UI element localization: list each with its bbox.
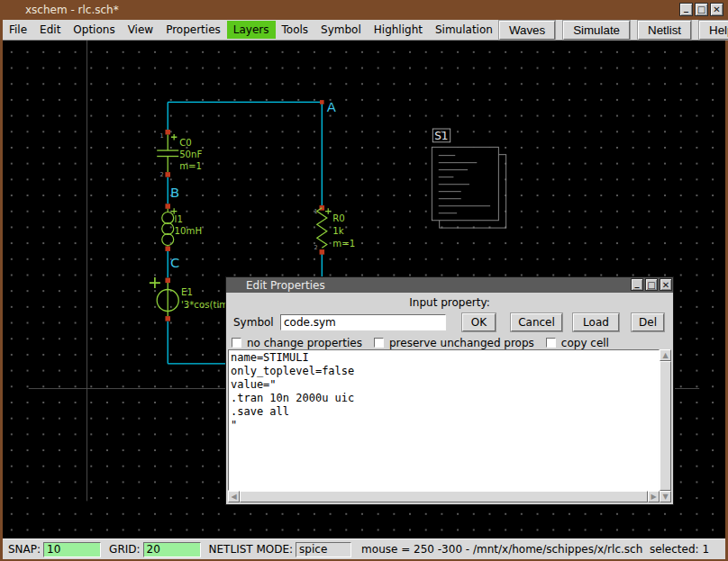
menu-edit[interactable]: Edit bbox=[33, 21, 67, 39]
menu-tools[interactable]: Tools bbox=[276, 21, 315, 39]
vertical-scroll-thumb[interactable] bbox=[660, 361, 671, 491]
scroll-up-icon[interactable]: ▲ bbox=[660, 349, 671, 361]
pin-square bbox=[165, 204, 170, 209]
pin-square bbox=[165, 130, 170, 135]
menu-highlight[interactable]: Highlight bbox=[368, 21, 429, 39]
dialog-close-icon[interactable]: ✕ bbox=[660, 278, 672, 291]
mouse-status-text: mouse = 250 -300 - /mnt/x/home/schippes/… bbox=[361, 543, 709, 556]
symbol-row: Symbol OK Cancel Load Del bbox=[226, 312, 673, 332]
resistor-symbol bbox=[317, 208, 332, 248]
resistor-r0[interactable]: 1 2 R0 1k m=1 bbox=[314, 205, 356, 255]
grid-label: GRID: bbox=[109, 543, 140, 556]
symbol-input[interactable] bbox=[280, 314, 446, 330]
copy-cell-label: copy cell bbox=[561, 337, 609, 349]
pin-square bbox=[320, 249, 325, 255]
resistor-name: R0 bbox=[332, 213, 345, 223]
input-property-label: Input property: bbox=[226, 296, 673, 310]
menu-layers[interactable]: Layers bbox=[227, 21, 276, 39]
wire-corner-dot bbox=[320, 100, 324, 104]
netlist-mode-input[interactable] bbox=[296, 542, 351, 557]
xschem-window: xschem - rlc.sch* _ □ ✕ File Edit Option… bbox=[0, 0, 728, 561]
preserve-unchanged-props-label: preserve unchanged props bbox=[389, 337, 534, 349]
scroll-left-icon[interactable]: ◀ bbox=[228, 491, 240, 502]
menubar: File Edit Options View Properties Layers… bbox=[3, 20, 725, 41]
pin-square bbox=[165, 246, 170, 251]
netlist-button[interactable]: Netlist bbox=[638, 21, 691, 40]
grid-input[interactable] bbox=[143, 542, 201, 557]
vertical-scrollbar[interactable]: ▲ bbox=[660, 349, 671, 491]
ok-button[interactable]: OK bbox=[462, 313, 496, 331]
horizontal-scroll-thumb[interactable] bbox=[240, 491, 648, 502]
property-text-region: name=STIMULI only_toplevel=false value="… bbox=[228, 349, 671, 502]
snap-label: SNAP: bbox=[8, 543, 41, 556]
dialog-maximize-icon[interactable]: □ bbox=[645, 278, 658, 291]
close-icon[interactable]: ✕ bbox=[710, 3, 723, 16]
statusbar: SNAP: GRID: NETLIST MODE: mouse = 250 -3… bbox=[3, 538, 725, 559]
window-controls: _ □ ✕ bbox=[679, 3, 723, 16]
horizontal-scrollbar[interactable]: ◀ ▶ ▼ bbox=[228, 491, 671, 502]
preserve-unchanged-props-checkbox[interactable] bbox=[374, 338, 384, 348]
simulate-button[interactable]: Simulate bbox=[563, 21, 630, 40]
pin-square bbox=[165, 316, 170, 321]
no-change-properties-checkbox[interactable] bbox=[232, 338, 241, 348]
source-name: E1 bbox=[181, 287, 193, 297]
inductor-value: 10mH bbox=[175, 226, 202, 236]
menu-symbol[interactable]: Symbol bbox=[314, 21, 368, 39]
svg-text:1: 1 bbox=[314, 208, 318, 215]
dialog-titlebar[interactable]: Edit Properties _ □ ✕ bbox=[226, 277, 673, 293]
capacitor-symbol bbox=[157, 134, 178, 172]
net-label-b[interactable]: B bbox=[170, 185, 179, 200]
help-button[interactable]: Help bbox=[699, 21, 728, 40]
s1-label: S1 bbox=[434, 130, 448, 142]
no-change-properties-label: no change properties bbox=[247, 337, 362, 349]
minimize-icon[interactable]: _ bbox=[679, 3, 693, 16]
resistor-value: 1k bbox=[332, 226, 343, 236]
menu-properties[interactable]: Properties bbox=[159, 21, 227, 39]
svg-text:2: 2 bbox=[314, 244, 318, 251]
menu-options[interactable]: Options bbox=[67, 21, 121, 39]
property-textarea[interactable]: name=STIMULI only_toplevel=false value="… bbox=[228, 349, 660, 491]
window-title: xschem - rlc.sch* bbox=[25, 4, 119, 16]
pin-square bbox=[165, 172, 170, 177]
capacitor-name: C0 bbox=[179, 138, 192, 148]
code-block-s1[interactable]: S1 bbox=[432, 129, 505, 228]
svg-text:2: 2 bbox=[159, 171, 163, 178]
load-button[interactable]: Load bbox=[573, 313, 619, 331]
del-button[interactable]: Del bbox=[632, 313, 664, 331]
schematic-canvas[interactable]: 1 2 C0 50nF m=1 l1 10mH bbox=[3, 41, 725, 538]
dialog-title: Edit Properties bbox=[246, 279, 325, 292]
capacitor-mult: m=1 bbox=[179, 161, 202, 171]
waves-button[interactable]: Waves bbox=[499, 21, 555, 40]
inductor-name: l1 bbox=[175, 214, 183, 224]
capacitor-c0[interactable]: 1 2 C0 50nF m=1 bbox=[157, 130, 202, 178]
symbol-label: Symbol bbox=[233, 316, 280, 329]
dialog-minimize-icon[interactable]: _ bbox=[631, 278, 643, 291]
code-front-sheet bbox=[432, 147, 498, 220]
net-label-c[interactable]: C bbox=[170, 255, 179, 270]
net-label-a[interactable]: A bbox=[327, 99, 336, 114]
snap-input[interactable] bbox=[43, 542, 101, 557]
netlist-mode-label: NETLIST MODE: bbox=[209, 543, 294, 556]
svg-text:1: 1 bbox=[159, 132, 163, 140]
cancel-button[interactable]: Cancel bbox=[511, 313, 562, 331]
maximize-icon[interactable]: □ bbox=[695, 3, 708, 16]
menu-file[interactable]: File bbox=[3, 21, 33, 39]
window-titlebar[interactable]: xschem - rlc.sch* _ □ ✕ bbox=[3, 0, 725, 20]
source-symbol bbox=[150, 277, 178, 316]
edit-properties-dialog: Edit Properties _ □ ✕ Input property: Sy… bbox=[225, 276, 674, 505]
pin-square bbox=[165, 278, 170, 284]
menu-simulation[interactable]: Simulation bbox=[429, 21, 499, 39]
capacitor-value: 50nF bbox=[179, 149, 202, 159]
scroll-right-icon[interactable]: ▶ bbox=[648, 491, 660, 502]
dialog-controls: _ □ ✕ bbox=[631, 278, 672, 291]
copy-cell-checkbox[interactable] bbox=[546, 338, 556, 348]
menubar-buttons: Waves Simulate Netlist Help bbox=[499, 21, 728, 40]
menu-view[interactable]: View bbox=[122, 21, 159, 39]
inductor-l1[interactable]: l1 10mH bbox=[162, 204, 202, 251]
checkbox-row: no change properties preserve unchanged … bbox=[226, 336, 673, 349]
scroll-down-icon[interactable]: ▼ bbox=[660, 491, 671, 502]
resistor-mult: m=1 bbox=[332, 239, 355, 249]
